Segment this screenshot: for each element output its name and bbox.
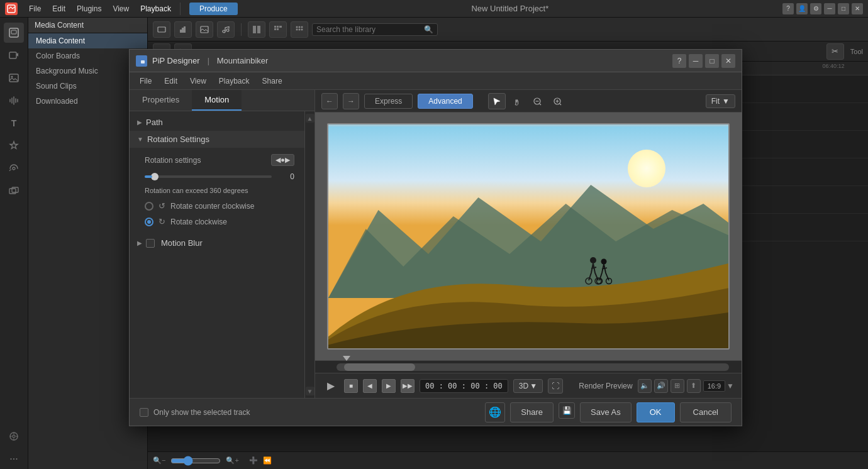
pip-redo-btn[interactable]: →: [343, 93, 359, 109]
mode-3d-btn[interactable]: 3D ▼: [513, 379, 543, 393]
sidebar-text-icon[interactable]: T: [4, 113, 24, 133]
globe-icon-btn[interactable]: 🌐: [485, 402, 505, 422]
rotation-section-header[interactable]: ▼ Rotation Settings: [130, 131, 304, 148]
pip-step-fwd-btn[interactable]: ▶: [382, 379, 396, 393]
advanced-button[interactable]: Advanced: [418, 94, 472, 109]
produce-button[interactable]: Produce: [189, 3, 238, 15]
sidebar-image-icon[interactable]: [4, 68, 24, 88]
modal-menu-playback[interactable]: Playback: [214, 75, 255, 87]
cancel-button[interactable]: Cancel: [680, 402, 732, 422]
content-item-media[interactable]: Media Content: [28, 33, 147, 48]
motion-blur-section-header[interactable]: ▶ Motion Blur: [130, 234, 304, 251]
express-button[interactable]: Express: [364, 94, 413, 109]
tool-music-btn[interactable]: [217, 21, 235, 38]
render-caption-btn[interactable]: ⊞: [670, 379, 684, 393]
timeline-scroll-bar[interactable]: [337, 363, 729, 371]
close-button[interactable]: ✕: [852, 3, 863, 14]
pip-cursor-btn[interactable]: [488, 93, 506, 109]
pip-stop-btn[interactable]: ■: [344, 379, 358, 393]
rotate-cw-row[interactable]: ↻ Rotate clockwise: [145, 214, 294, 229]
tab-properties[interactable]: Properties: [130, 90, 192, 111]
zoom-in-icon[interactable]: 🔍+: [226, 456, 238, 465]
sidebar-effects-icon[interactable]: [4, 136, 24, 156]
zoom-slider[interactable]: [170, 456, 221, 466]
rotate-ccw-row[interactable]: ↺ Rotate counter clockwise: [145, 198, 294, 214]
menu-edit[interactable]: Edit: [47, 3, 70, 15]
sidebar-video-icon[interactable]: [4, 45, 24, 65]
modal-menu-share[interactable]: Share: [257, 75, 287, 87]
minimize-button[interactable]: ─: [824, 3, 835, 14]
render-export-btn[interactable]: ⬆: [687, 379, 701, 393]
tool-clip-btn[interactable]: [153, 21, 170, 38]
pip-preview[interactable]: [315, 113, 742, 360]
pip-hand-btn[interactable]: [508, 93, 526, 109]
menu-plugins[interactable]: Plugins: [72, 3, 106, 15]
slider-fill: [145, 175, 152, 178]
rotate-cw-radio[interactable]: [145, 218, 153, 226]
rotate-cw-icon: ↻: [159, 217, 165, 226]
pip-step-back-btn[interactable]: ◀: [363, 379, 377, 393]
modal-minimize-btn[interactable]: ─: [689, 54, 703, 68]
rotation-slider-row: 0: [145, 170, 294, 184]
svg-point-34: [590, 257, 596, 263]
render-vol-btn[interactable]: 🔈: [638, 379, 652, 393]
pip-zoom-in-btn[interactable]: [548, 93, 566, 109]
tab-motion[interactable]: Motion: [192, 90, 242, 111]
add-track-icon[interactable]: ➕: [249, 456, 258, 465]
modal-close-btn[interactable]: ✕: [721, 54, 735, 68]
ok-button[interactable]: OK: [637, 402, 675, 422]
maximize-button[interactable]: □: [838, 3, 849, 14]
modal-menu-view[interactable]: View: [185, 75, 211, 87]
svg-rect-16: [257, 26, 260, 33]
save-icon-btn[interactable]: 💾: [559, 402, 575, 419]
modal-menu-edit[interactable]: Edit: [159, 75, 182, 87]
pip-fast-fwd-btn[interactable]: ▶▶: [401, 379, 415, 393]
rotate-ccw-radio[interactable]: [145, 202, 153, 211]
path-section-header[interactable]: ▶ Path: [130, 114, 304, 131]
motion-blur-checkbox[interactable]: [146, 239, 155, 248]
render-chevron-icon[interactable]: ▼: [726, 382, 734, 390]
modal-maximize-btn[interactable]: □: [705, 54, 719, 68]
search-input[interactable]: [316, 25, 424, 34]
fullscreen-btn[interactable]: ⛶: [548, 378, 563, 394]
tool-audio-btn[interactable]: [174, 21, 192, 38]
rotation-section-label: Rotation Settings: [147, 135, 209, 144]
rotation-icon-btn[interactable]: ◀●▶: [271, 154, 294, 166]
only-show-checkbox-box[interactable]: [140, 408, 148, 417]
pip-undo-btn[interactable]: ←: [321, 93, 338, 109]
sidebar-overlay-icon[interactable]: [4, 181, 24, 201]
settings-icon[interactable]: ⚙: [810, 3, 821, 14]
menu-file[interactable]: File: [24, 3, 46, 15]
timeline-tool-cut[interactable]: ✂: [826, 43, 844, 60]
modal-help-btn[interactable]: ?: [672, 54, 686, 68]
tool-grid1-btn[interactable]: [248, 21, 265, 38]
timeline-scroll-handle[interactable]: [344, 363, 415, 371]
pip-zoom-out-btn[interactable]: [528, 93, 546, 109]
tool-img-btn[interactable]: [196, 21, 213, 38]
user-icon[interactable]: 👤: [796, 3, 808, 14]
share-button[interactable]: Share: [510, 402, 554, 422]
pip-timeline-scroll[interactable]: [315, 360, 742, 373]
menu-view[interactable]: View: [108, 3, 134, 15]
prev-frame-icon[interactable]: ⏪: [263, 456, 272, 465]
rotation-slider-track[interactable]: [145, 175, 272, 178]
pip-play-btn[interactable]: ▶: [323, 378, 339, 394]
modal-menu-file[interactable]: File: [135, 75, 157, 87]
tool-grid3-btn[interactable]: [291, 21, 308, 38]
sidebar-media-icon[interactable]: [4, 23, 24, 43]
scroll-down-btn[interactable]: ▼: [306, 387, 314, 395]
sidebar-motion-icon[interactable]: [4, 158, 24, 179]
properties-container: ▶ Path ▼ Rotation Settings Rotation sett…: [130, 111, 314, 398]
help-icon[interactable]: ?: [782, 3, 794, 14]
save-as-button[interactable]: Save As: [580, 402, 632, 422]
sidebar-more-icon[interactable]: ···: [4, 449, 24, 469]
sidebar-tools-icon[interactable]: [4, 426, 24, 446]
sidebar-audio-icon[interactable]: [4, 91, 24, 111]
action-btn-group: 🌐 Share 💾 Save As OK Cancel: [485, 402, 732, 422]
tool-grid2-btn[interactable]: [269, 21, 287, 38]
menu-playback[interactable]: Playback: [135, 3, 176, 15]
render-vol2-btn[interactable]: 🔊: [654, 379, 668, 393]
scroll-up-btn[interactable]: ▲: [306, 114, 314, 123]
zoom-out-icon[interactable]: 🔍−: [153, 456, 165, 465]
fit-dropdown[interactable]: Fit ▼: [706, 94, 735, 108]
